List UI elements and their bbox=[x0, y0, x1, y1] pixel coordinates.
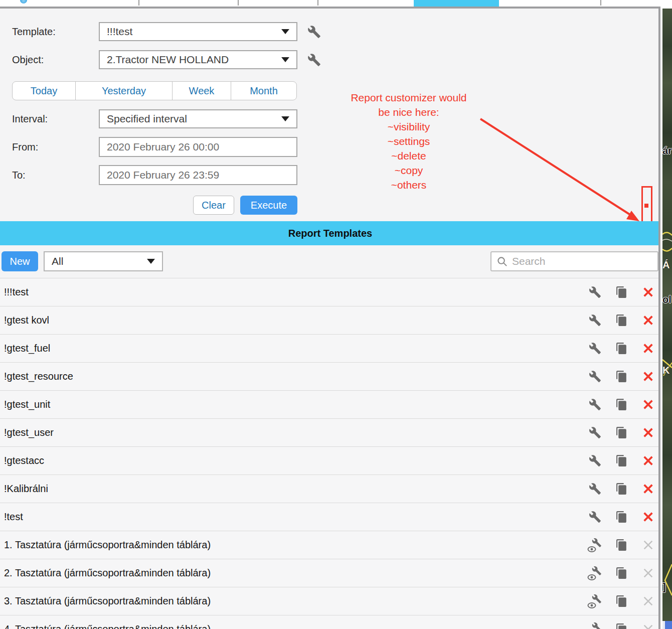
from-date-input[interactable] bbox=[99, 137, 297, 157]
delete-icon[interactable] bbox=[640, 482, 655, 497]
delete-icon[interactable] bbox=[640, 369, 655, 384]
copy-icon[interactable] bbox=[614, 285, 629, 300]
search-input[interactable] bbox=[512, 255, 652, 267]
table-row[interactable]: 2. Tasztatúra (járműcsoportra&minden táb… bbox=[0, 559, 660, 587]
table-row[interactable]: !!!test bbox=[0, 278, 660, 306]
table-row[interactable]: !gtest_resource bbox=[0, 362, 660, 390]
edit-settings-button[interactable] bbox=[587, 425, 602, 440]
yesterday-button[interactable]: Yesterday bbox=[76, 82, 173, 100]
template-name: 4. Tasztatúra (járműcsoportra&minden táb… bbox=[4, 623, 211, 629]
copy-icon[interactable] bbox=[614, 510, 629, 525]
wrench-icon bbox=[589, 286, 601, 298]
chevron-down-icon bbox=[281, 116, 289, 121]
interval-label: Interval: bbox=[12, 113, 99, 125]
table-row[interactable]: !gtest kovl bbox=[0, 306, 660, 334]
table-row[interactable]: !gtestacc bbox=[0, 446, 660, 475]
interval-row: Interval: Specified interval bbox=[12, 109, 297, 128]
template-select-value: !!!test bbox=[107, 26, 132, 38]
filter-select[interactable]: All bbox=[44, 251, 163, 271]
copy-icon[interactable] bbox=[614, 482, 629, 497]
delete-icon[interactable] bbox=[640, 313, 655, 328]
copy-icon[interactable] bbox=[614, 538, 629, 553]
copy-icon[interactable] bbox=[614, 566, 629, 581]
table-row[interactable]: 1. Tasztatúra (járműcsoportra&minden táb… bbox=[0, 531, 660, 559]
delete-icon bbox=[640, 566, 655, 581]
delete-icon[interactable] bbox=[640, 285, 655, 300]
month-button[interactable]: Month bbox=[231, 82, 296, 100]
object-select-value: 2.Tractor NEW HOLLAND bbox=[107, 54, 229, 66]
copy-icon[interactable] bbox=[614, 369, 629, 384]
view-settings-button[interactable] bbox=[587, 538, 602, 553]
edit-settings-button[interactable] bbox=[587, 285, 602, 300]
copy-icon[interactable] bbox=[614, 397, 629, 412]
delete-icon[interactable] bbox=[640, 397, 655, 412]
copy-icon[interactable] bbox=[614, 425, 629, 440]
wrench-eye-icon bbox=[587, 622, 602, 629]
delete-icon[interactable] bbox=[640, 510, 655, 525]
delete-icon[interactable] bbox=[640, 341, 655, 356]
section-title: Report Templates bbox=[0, 221, 660, 245]
view-settings-button[interactable] bbox=[587, 566, 602, 581]
section-header: Report Templates bbox=[0, 221, 660, 245]
delete-icon[interactable] bbox=[640, 453, 655, 468]
tab-reports-active[interactable] bbox=[414, 0, 499, 7]
table-row[interactable]: !gtest_user bbox=[0, 418, 660, 446]
edit-settings-button[interactable] bbox=[587, 369, 602, 384]
wrench-icon bbox=[589, 483, 601, 495]
wrench-eye-icon bbox=[587, 566, 602, 580]
execute-button[interactable]: Execute bbox=[240, 196, 297, 215]
map-background[interactable]: ár Á ol K ] bbox=[662, 9, 672, 629]
wrench-icon bbox=[589, 342, 601, 355]
search-box[interactable] bbox=[490, 251, 658, 271]
edit-settings-button[interactable] bbox=[587, 453, 602, 468]
copy-icon[interactable] bbox=[614, 594, 629, 609]
copy-icon[interactable] bbox=[614, 313, 629, 328]
table-row[interactable]: !gtest_unit bbox=[0, 390, 660, 418]
edit-settings-button[interactable] bbox=[587, 341, 602, 356]
map-label-fragment: K bbox=[662, 365, 669, 376]
date-range-group: Today Yesterday Week Month bbox=[12, 81, 297, 100]
object-settings-button[interactable] bbox=[307, 53, 321, 67]
annotation-line: ~settings bbox=[333, 134, 484, 148]
view-settings-button[interactable] bbox=[587, 622, 602, 629]
annotation-line: ~visibility bbox=[333, 119, 484, 134]
view-settings-button[interactable] bbox=[587, 594, 602, 609]
wrench-icon bbox=[589, 370, 601, 383]
delete-icon[interactable] bbox=[640, 425, 655, 440]
table-row[interactable]: !Kalibrálni bbox=[0, 475, 660, 503]
week-button[interactable]: Week bbox=[173, 82, 231, 100]
edit-settings-button[interactable] bbox=[587, 482, 602, 497]
search-icon bbox=[496, 256, 508, 267]
copy-icon[interactable] bbox=[614, 622, 629, 629]
to-date-input[interactable] bbox=[99, 165, 297, 185]
tab-divider bbox=[600, 0, 601, 6]
table-row[interactable]: !gtest_fuel bbox=[0, 334, 660, 362]
today-button[interactable]: Today bbox=[13, 82, 76, 100]
object-select[interactable]: 2.Tractor NEW HOLLAND bbox=[99, 50, 297, 69]
interval-select[interactable]: Specified interval bbox=[99, 109, 297, 128]
template-name: 3. Tasztatúra (járműcsoportra&minden táb… bbox=[4, 595, 211, 607]
table-row[interactable]: 3. Tasztatúra (járműcsoportra&minden táb… bbox=[0, 587, 660, 615]
edit-settings-button[interactable] bbox=[587, 510, 602, 525]
table-row[interactable]: 4. Tasztatúra (járműcsoportra&minden táb… bbox=[0, 615, 660, 629]
map-roads bbox=[662, 9, 672, 629]
template-settings-button[interactable] bbox=[307, 25, 321, 39]
delete-icon bbox=[640, 538, 655, 553]
edit-settings-button[interactable] bbox=[587, 313, 602, 328]
chevron-down-icon bbox=[147, 259, 155, 264]
from-label: From: bbox=[12, 141, 99, 153]
new-template-button[interactable]: New bbox=[2, 251, 38, 271]
template-select[interactable]: !!!test bbox=[99, 22, 297, 41]
map-marker bbox=[662, 621, 672, 629]
copy-icon[interactable] bbox=[614, 341, 629, 356]
annotation-line: ~copy bbox=[333, 163, 484, 178]
app-logo-icon bbox=[20, 0, 27, 4]
annotation-line: Report customizer would bbox=[333, 90, 484, 105]
annotation-line: ~delete bbox=[333, 148, 484, 163]
table-row[interactable]: !test bbox=[0, 503, 660, 531]
edit-settings-button[interactable] bbox=[587, 397, 602, 412]
clear-button[interactable]: Clear bbox=[193, 196, 234, 215]
wrench-icon bbox=[589, 426, 601, 439]
tab-divider bbox=[238, 0, 239, 6]
copy-icon[interactable] bbox=[614, 453, 629, 468]
